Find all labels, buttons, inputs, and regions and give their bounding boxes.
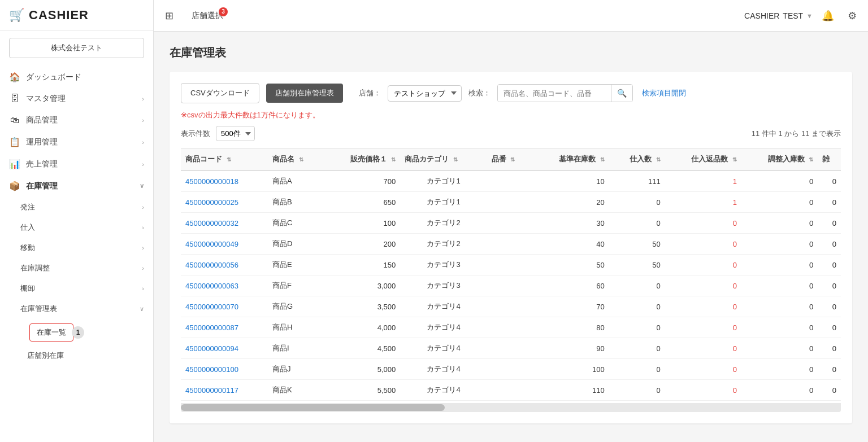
code-link-5[interactable]: 4500000000063 <box>185 282 238 290</box>
td-category-4: カテゴリ3 <box>400 255 487 275</box>
sort-icon-code: ⇅ <box>227 156 231 163</box>
td-adjust-6: 0 <box>741 296 818 317</box>
sidebar-item-operation[interactable]: 📋 運用管理 › <box>0 131 153 153</box>
display-count-select[interactable]: 500件 100件 50件 10件 <box>216 126 255 141</box>
code-link-10[interactable]: 4500000000117 <box>185 386 238 395</box>
sidebar-sub-inventory-table[interactable]: 在庫管理表 ∨ <box>0 299 153 319</box>
td-misc-3: 0 <box>818 234 841 255</box>
sidebar-sub-purchase[interactable]: 仕入 › <box>0 217 153 238</box>
td-misc-4: 0 <box>818 255 841 275</box>
sidebar: 🛒 CASHIER 株式会社テスト 🏠 ダッシュボード 🗄 マスタ管理 › 🛍 … <box>0 0 154 442</box>
sidebar-sub-order[interactable]: 発注 › <box>0 197 153 217</box>
sidebar-label-inventory: 在庫管理 <box>26 181 134 191</box>
td-adjust-4: 0 <box>741 255 818 275</box>
th-category[interactable]: 商品カテゴリ ⇅ <box>400 148 487 171</box>
td-misc-1: 0 <box>818 192 841 213</box>
bell-icon[interactable]: 🔔 <box>822 10 834 22</box>
td-price-8: 4,500 <box>324 338 400 359</box>
td-itemno-6 <box>487 296 533 317</box>
td-purchase-3: 50 <box>609 234 665 255</box>
td-misc-5: 0 <box>818 275 841 296</box>
sidebar-item-sales[interactable]: 📊 売上管理 › <box>0 153 153 175</box>
td-name-1: 商品B <box>268 192 324 213</box>
td-purchase-7: 0 <box>609 317 665 338</box>
company-button[interactable]: 株式会社テスト <box>9 38 144 58</box>
th-misc: 雑 <box>818 148 841 171</box>
td-name-6: 商品G <box>268 296 324 317</box>
sidebar-item-master[interactable]: 🗄 マスタ管理 › <box>0 88 153 110</box>
td-basestock-5: 60 <box>532 275 609 296</box>
td-return-9: 0 <box>665 359 741 380</box>
code-link-0[interactable]: 4500000000018 <box>185 177 238 186</box>
sidebar-leaf-store-inventory[interactable]: 店舗別在庫 <box>0 346 153 365</box>
table-row: 4500000000018 商品A 700 カテゴリ1 10 111 1 0 0 <box>181 170 841 192</box>
sidebar-sub-purchase-label: 仕入 <box>20 222 35 233</box>
td-category-9: カテゴリ4 <box>400 359 487 380</box>
th-itemno[interactable]: 品番 ⇅ <box>487 148 533 171</box>
td-category-5: カテゴリ3 <box>400 275 487 296</box>
td-purchase-1: 0 <box>609 192 665 213</box>
table-row: 4500000000032 商品C 100 カテゴリ2 30 0 0 0 0 <box>181 213 841 234</box>
code-link-8[interactable]: 4500000000094 <box>185 344 238 353</box>
chevron-right-icon-operation: › <box>142 139 144 146</box>
sidebar-item-dashboard[interactable]: 🏠 ダッシュボード <box>0 66 153 88</box>
grid-icon[interactable]: ⊞ <box>165 10 173 22</box>
td-adjust-1: 0 <box>741 192 818 213</box>
th-name[interactable]: 商品名 ⇅ <box>268 148 324 171</box>
code-link-7[interactable]: 4500000000087 <box>185 323 238 332</box>
code-link-3[interactable]: 4500000000049 <box>185 240 238 248</box>
sidebar-sub-adjustment[interactable]: 在庫調整 › <box>0 258 153 278</box>
code-link-9[interactable]: 4500000000100 <box>185 365 238 374</box>
td-name-7: 商品H <box>268 317 324 338</box>
td-itemno-5 <box>487 275 533 296</box>
code-link-1[interactable]: 4500000000025 <box>185 198 238 207</box>
sort-icon-basestock: ⇅ <box>600 156 605 163</box>
th-return[interactable]: 仕入返品数 ⇅ <box>665 148 741 171</box>
td-return-6: 0 <box>665 296 741 317</box>
step-circle-1: 1 <box>72 326 84 339</box>
inventory-table: 商品コード ⇅ 商品名 ⇅ 販売価格１ ⇅ 商品カテゴリ ⇅ 品番 ⇅ 基準在庫… <box>181 148 841 401</box>
code-link-6[interactable]: 4500000000070 <box>185 303 238 311</box>
chevron-right-icon-adjustment: › <box>142 265 144 272</box>
store-dropdown[interactable]: テストショップ <box>388 85 462 102</box>
code-link-2[interactable]: 4500000000032 <box>185 219 238 227</box>
sidebar-item-inventory[interactable]: 📦 在庫管理 ∨ <box>0 175 153 197</box>
td-category-10: カテゴリ4 <box>400 380 487 401</box>
sidebar-item-product[interactable]: 🛍 商品管理 › <box>0 110 153 131</box>
sidebar-sub-adjustment-label: 在庫調整 <box>20 263 50 273</box>
th-code[interactable]: 商品コード ⇅ <box>181 148 268 171</box>
td-name-2: 商品C <box>268 213 324 234</box>
store-table-button[interactable]: 店舗別在庫管理表 <box>266 84 343 103</box>
td-adjust-5: 0 <box>741 275 818 296</box>
sidebar-sub-shelf[interactable]: 棚卸 › <box>0 278 153 299</box>
td-adjust-3: 0 <box>741 234 818 255</box>
sidebar-leaf-inventory-list-wrapper: 在庫一覧 1 <box>0 321 153 344</box>
chevron-right-icon-shelf: › <box>142 285 144 292</box>
th-purchase[interactable]: 仕入数 ⇅ <box>609 148 665 171</box>
td-name-9: 商品J <box>268 359 324 380</box>
table-scrollbar[interactable] <box>181 403 841 412</box>
td-name-4: 商品E <box>268 255 324 275</box>
td-price-10: 5,500 <box>324 380 400 401</box>
gear-icon[interactable]: ⚙ <box>848 10 857 22</box>
main-area: ⊞ 店舗選択 3 CASHIER TEST ▼ 🔔 ⚙ 在庫管理表 CSVダウン… <box>154 0 868 442</box>
th-adjust[interactable]: 調整入庫数 ⇅ <box>741 148 818 171</box>
search-expand-link[interactable]: 検索項目開閉 <box>642 88 686 98</box>
table-row: 4500000000049 商品D 200 カテゴリ2 40 50 0 0 0 <box>181 234 841 255</box>
td-purchase-9: 0 <box>609 359 665 380</box>
user-info[interactable]: CASHIER TEST ▼ <box>744 11 813 20</box>
sidebar-leaf-inventory-list[interactable]: 在庫一覧 1 <box>29 323 73 342</box>
td-itemno-7 <box>487 317 533 338</box>
table-body: 4500000000018 商品A 700 カテゴリ1 10 111 1 0 0… <box>181 170 841 401</box>
csv-download-button[interactable]: CSVダウンロード <box>181 83 259 103</box>
th-basestock[interactable]: 基準在庫数 ⇅ <box>532 148 609 171</box>
td-misc-6: 0 <box>818 296 841 317</box>
sort-icon-name: ⇅ <box>299 156 303 163</box>
sidebar-sub-transfer[interactable]: 移動 › <box>0 238 153 258</box>
store-select-button[interactable]: 店舗選択 3 <box>185 7 230 24</box>
code-link-4[interactable]: 4500000000056 <box>185 261 238 269</box>
th-price[interactable]: 販売価格１ ⇅ <box>324 148 400 171</box>
search-button[interactable]: 🔍 <box>611 85 632 102</box>
content-area: 在庫管理表 CSVダウンロード 店舗別在庫管理表 店舗： テストショップ 検索：… <box>154 32 868 442</box>
search-input[interactable] <box>498 85 611 102</box>
